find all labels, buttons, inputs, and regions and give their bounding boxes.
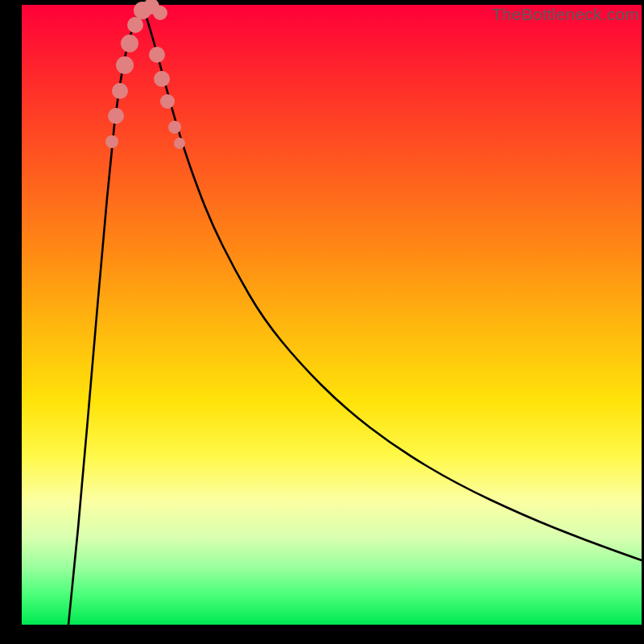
data-point <box>154 71 170 87</box>
data-point <box>149 47 165 63</box>
data-point <box>108 108 124 124</box>
chart-svg <box>22 5 642 625</box>
data-point <box>112 83 128 99</box>
data-point <box>127 17 143 33</box>
data-point <box>153 6 167 20</box>
data-point <box>174 138 185 149</box>
data-point <box>168 121 181 134</box>
data-point <box>121 35 138 52</box>
plot-area <box>22 5 642 625</box>
data-point <box>105 135 118 148</box>
data-point <box>116 56 134 74</box>
curve-layer <box>68 5 642 625</box>
curve-left-branch <box>68 5 142 625</box>
marker-layer <box>105 0 185 149</box>
data-point <box>160 94 175 109</box>
chart-frame: TheBottleneck.com <box>0 0 644 644</box>
watermark-text: TheBottleneck.com <box>492 5 639 24</box>
curve-right-branch <box>142 5 642 560</box>
